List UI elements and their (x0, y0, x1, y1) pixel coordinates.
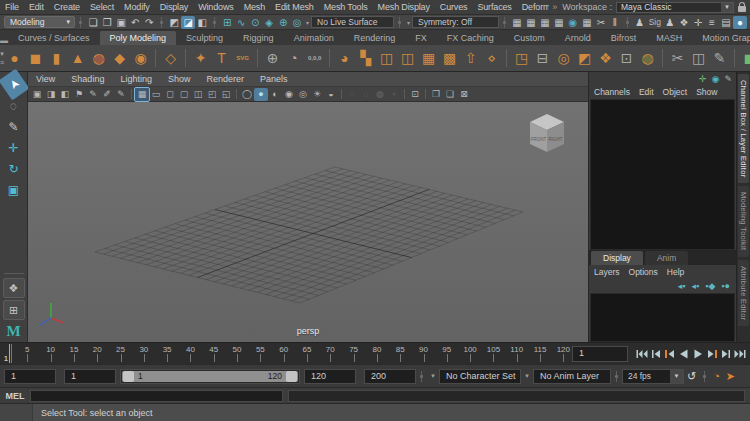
sidebar-vertical-tab[interactable]: Channel Box / Layer Editor (738, 74, 749, 183)
film-gate-icon[interactable]: ▭ (149, 88, 163, 101)
shelf-tab[interactable]: Rendering (344, 31, 406, 45)
shelf-tab[interactable]: Sculpting (176, 31, 233, 45)
layer-editor-menu-item[interactable]: Help (667, 267, 684, 277)
animation-end-field[interactable]: 200 (364, 369, 416, 384)
xray-icon[interactable]: ◌ (345, 88, 359, 101)
menu-item[interactable]: Mesh (239, 2, 270, 12)
viewport-menu-item[interactable]: Panels (252, 74, 296, 84)
step-forward-key-button[interactable] (706, 347, 719, 361)
spherize-icon[interactable]: ◍ (637, 46, 658, 70)
character-set-icon[interactable]: ✛ (699, 74, 707, 84)
hypershade-icon[interactable]: ◉ (566, 16, 580, 29)
make-live-icon[interactable]: ◎ (290, 16, 304, 29)
signin-label[interactable]: Sig (649, 17, 661, 27)
menu-overflow-indicator[interactable]: » (549, 2, 560, 12)
menu-item[interactable]: Surfaces (472, 2, 516, 12)
quad-draw-icon[interactable]: ✎ (709, 46, 730, 70)
playback-end-field[interactable]: 120 (304, 369, 356, 384)
shelf-tab[interactable]: Custom (504, 31, 555, 45)
layer-editor-tab[interactable]: Display (591, 251, 643, 265)
layer-editor-menu-item[interactable]: Options (629, 267, 658, 277)
live-surface-field[interactable]: No Live Surface (311, 16, 394, 28)
menu-item[interactable]: Edit Mesh (270, 2, 319, 12)
outliner-toggle-icon[interactable]: ⊠ (457, 88, 471, 101)
undo-icon[interactable]: ↶ (128, 16, 142, 29)
shadows-icon[interactable]: ◎ (296, 88, 310, 101)
bridge-icon[interactable]: ◫ (688, 46, 709, 70)
mirror-icon[interactable]: ⋄ (481, 46, 502, 70)
poly-cylinder-icon[interactable]: ▮ (46, 46, 67, 70)
snap-grid-icon[interactable]: ⊞ (220, 16, 234, 29)
group-divider[interactable] (627, 17, 628, 28)
save-scene-icon[interactable]: ▣ (114, 16, 128, 29)
select-object-icon[interactable]: ◪ (181, 16, 195, 29)
layer-editor-tab[interactable]: Anim (645, 251, 688, 265)
shelf-tab[interactable]: FX (405, 31, 437, 45)
layer-editor-menu-item[interactable]: Layers (594, 267, 620, 277)
grease-draw-icon[interactable]: ✎ (114, 88, 128, 101)
time-slider-track[interactable]: 5101520253035404550556065707580859095100… (4, 344, 568, 363)
range-start-handle[interactable] (123, 371, 134, 382)
poly-cone-icon[interactable]: ▲ (67, 46, 88, 70)
step-forward-frame-button[interactable] (720, 347, 733, 361)
resolution-gate-icon[interactable]: ◻ (163, 88, 177, 101)
anim-layer-selector[interactable]: No Anim Layer (533, 369, 611, 384)
snap-plane-icon[interactable]: ◈ (262, 16, 276, 29)
command-line-language-label[interactable]: MEL (0, 391, 30, 401)
wheel-icon[interactable]: ◎ (553, 46, 574, 70)
pause-viewport-icon[interactable]: ‖ (608, 16, 622, 29)
shelf-tab[interactable]: MASH (646, 31, 692, 45)
channel-box-menu-item[interactable]: Show (696, 87, 717, 97)
modeling-toolkit-toggle-icon[interactable]: ● (733, 16, 747, 29)
character-controls-icon[interactable]: ✛ (691, 16, 705, 29)
extrude-icon[interactable]: ⇧ (460, 46, 481, 70)
create-empty-layer-icon[interactable]: ▪◆ (705, 281, 715, 291)
new-scene-icon[interactable]: ❏ (86, 16, 100, 29)
channel-box-menu-item[interactable]: Edit (639, 87, 654, 97)
channel-box-menu-item[interactable]: Object (663, 87, 688, 97)
lock-workspace-button[interactable] (734, 3, 750, 12)
menu-set-selector[interactable]: Modeling ▼ (4, 16, 75, 28)
group-divider[interactable] (80, 17, 81, 28)
group-divider[interactable] (399, 17, 400, 28)
fold-icon[interactable]: ◩ (574, 46, 595, 70)
xray-active-icon[interactable]: ◍ (373, 88, 387, 101)
menu-item[interactable]: Display (155, 2, 193, 12)
paint-select-tool-button[interactable]: ✎ (2, 116, 26, 137)
four-pane-layout-button[interactable]: ⊞ (3, 300, 25, 320)
poly-disc-icon[interactable]: ◉ (130, 46, 151, 70)
render-sequence-icon[interactable]: ▦ (552, 16, 566, 29)
poly-cube-icon[interactable]: ◼ (25, 46, 46, 70)
viewport-menu-item[interactable]: Shading (63, 74, 112, 84)
single-pane-icon[interactable]: ▦ (135, 88, 149, 101)
svg-tool-icon[interactable]: SVG (232, 46, 253, 70)
construction-plane-icon[interactable]: ⊕ (262, 46, 283, 70)
step-back-key-button[interactable] (663, 347, 676, 361)
shelf-tab[interactable]: Bifrost (601, 31, 647, 45)
grease-frame-icon[interactable]: ✐ (100, 88, 114, 101)
recorded-channels-icon[interactable]: ◉ (712, 74, 720, 84)
all-lights-icon[interactable]: ◉ (282, 88, 296, 101)
shelf-tab[interactable]: Poly Modeling (100, 31, 177, 45)
viewport-canvas[interactable]: FRONT RIGHT persp (28, 102, 588, 342)
shaded-icon[interactable]: ● (254, 88, 268, 101)
animation-start-field[interactable]: 1 (4, 369, 56, 384)
viewport-menu-item[interactable]: View (28, 74, 63, 84)
snap-curve-icon[interactable]: ∿ (234, 16, 248, 29)
safe-title-icon[interactable]: ◱ (219, 88, 233, 101)
channel-box-content[interactable] (590, 99, 735, 250)
viewport-menu-item[interactable]: Show (160, 74, 199, 84)
menu-item[interactable]: Deform (517, 2, 549, 12)
menu-item[interactable]: Mesh Tools (319, 2, 373, 12)
cut-keys-icon[interactable]: ✂ (594, 16, 608, 29)
poly-sphere-icon[interactable]: ● (4, 46, 25, 70)
move-layer-up-icon[interactable]: ◂▪ (678, 281, 686, 291)
safe-action-icon[interactable]: ◰ (205, 88, 219, 101)
group-divider[interactable] (214, 17, 215, 28)
shelf-tab[interactable]: Rigging (233, 31, 284, 45)
sidebar-vertical-tab[interactable]: Attribute Editor (738, 260, 749, 326)
shelf-tab[interactable]: Motion Graphics (692, 31, 750, 45)
character-set-selector[interactable]: No Character Set (439, 369, 521, 384)
create-layer-from-selected-icon[interactable]: ▪● (721, 281, 730, 291)
cube-uv-icon[interactable]: ◳ (511, 46, 532, 70)
